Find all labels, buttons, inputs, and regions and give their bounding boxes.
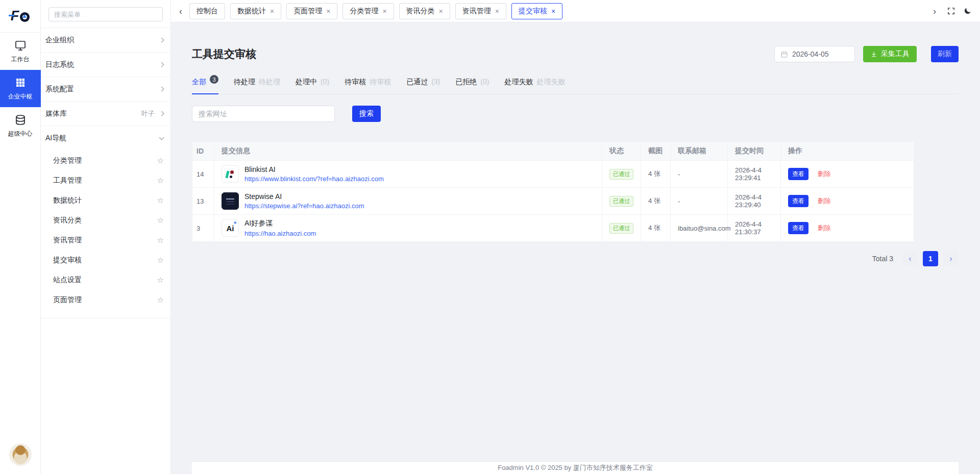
cell-info: Stepwise AI https://stepwise.ai?ref=hao.… [214,188,602,215]
view-button[interactable]: 查看 [788,222,808,234]
close-icon[interactable]: × [382,8,386,15]
filter-tab-label: 已通过 [406,78,428,87]
filter-tab-subtext: (0) [321,78,329,86]
workspace-tab[interactable]: 分类管理 × [342,3,394,19]
moon-icon[interactable] [963,7,972,15]
filter-tab-subtext: 待处理 [259,78,280,87]
delete-link[interactable]: 删除 [818,170,831,178]
status-filter-tab[interactable]: 已拒绝 (0) [455,78,489,94]
page-title: 工具提交审核 [192,47,256,61]
status-filter-tab[interactable]: 处理失败 处理失败 [504,78,565,94]
tool-thumbnail[interactable] [222,192,239,210]
url-search-input[interactable] [192,106,335,122]
star-icon[interactable]: ☆ [157,236,164,244]
star-icon[interactable]: ☆ [157,276,164,284]
close-icon[interactable]: × [551,8,555,15]
logo-f-glyph: F [11,8,19,24]
table-row: 3 Ai AI好参谋 https://hao.aizhaozi.com 已通过 [192,215,914,242]
rail-item-enterprise-hub[interactable]: 企业中枢 [0,70,41,107]
tabs-scroll-left-icon[interactable]: ‹ [176,7,185,16]
filter-tab-label: 处理中 [296,78,317,87]
status-filter-tab[interactable]: 全部 3 [192,78,218,94]
status-filter-tab[interactable]: 待处理 待处理 [234,78,280,94]
search-button[interactable]: 搜索 [352,106,381,122]
close-icon[interactable]: × [439,8,443,15]
close-icon[interactable]: × [326,8,330,15]
sidebar-subitem[interactable]: 资讯管理 ☆ [41,230,170,250]
star-icon[interactable]: ☆ [157,157,164,164]
cell-time: 2026-4-4 23:29:41 [728,161,781,188]
sidebar-group-item[interactable]: 系统配置 [41,77,170,102]
close-icon[interactable]: × [495,8,499,15]
sidebar-subitem[interactable]: 数据统计 ☆ [41,190,170,210]
sidebar-group-item[interactable]: 企业组织 [41,28,170,53]
fullscreen-icon[interactable] [947,7,955,15]
close-icon[interactable]: × [270,8,274,15]
sidebar-subitem-label: 分类管理 [53,156,82,165]
tabs-scroll-right-icon[interactable]: › [930,7,939,16]
rail-item-label: 企业中枢 [8,92,33,101]
cell-actions: 查看 删除 [781,215,914,242]
star-icon[interactable]: ☆ [157,256,164,264]
workspace-tab[interactable]: 页面管理 × [286,3,337,19]
tool-thumbnail[interactable]: Ai [222,219,239,237]
rail-item-super-center[interactable]: 超级中心 [0,107,41,144]
rail-item-label: 超级中心 [8,130,33,138]
chevron-right-icon [159,135,164,140]
page-number-button[interactable]: 1 [923,251,938,266]
next-page-button[interactable]: › [943,251,959,266]
sidebar-subitem[interactable]: 工具管理 ☆ [41,170,170,190]
workspace-tab[interactable]: 数据统计 × [230,3,281,19]
cell-email: ibaituo@sina.com [671,215,728,242]
sidebar-subitem[interactable]: 站点设置 ☆ [41,270,170,290]
cell-status: 已通过 [602,215,641,242]
menu-search-input[interactable] [48,7,163,21]
star-icon[interactable]: ☆ [157,296,164,304]
user-avatar[interactable] [9,443,32,466]
monitor-icon [14,39,27,52]
cell-screenshots: 4 张 [641,161,671,188]
rail-item-workbench[interactable]: 工作台 [0,33,41,70]
sidebar-subitem-label: 页面管理 [53,295,82,305]
sidebar-subitem[interactable]: 页面管理 ☆ [41,290,170,310]
collect-tool-button[interactable]: 采集工具 [863,46,917,62]
delete-link[interactable]: 删除 [818,224,831,232]
status-filter-tab[interactable]: 已通过 (3) [406,78,440,94]
refresh-button[interactable]: 刷新 [931,46,959,62]
delete-link[interactable]: 删除 [818,197,831,205]
prev-page-button[interactable]: ‹ [902,251,918,266]
star-icon[interactable]: ☆ [157,177,164,184]
status-filter-tab[interactable]: 待审核 待审核 [345,78,391,94]
sidebar-group-item[interactable]: 日志系统 [41,53,170,77]
sidebar-group-item[interactable]: 媒体库 叶子 [41,102,170,126]
footer: Foadmin V1.0 © 2025 by 厦门市知序技术服务工作室 [192,461,959,474]
app-logo[interactable]: F [0,0,40,33]
workspace-tab[interactable]: 提交审核 × [511,3,562,19]
view-button[interactable]: 查看 [788,168,808,180]
tool-url-link[interactable]: https://www.blinkist.com/?ref=hao.aizhao… [244,175,384,183]
sidebar-group-item[interactable]: AI导航 [41,126,170,151]
tool-thumbnail[interactable] [222,165,239,183]
cell-id: 3 [192,215,214,242]
sidebar-subitem[interactable]: 分类管理 ☆ [41,151,170,170]
workspace-tab[interactable]: 控制台 [189,3,225,19]
tool-url-link[interactable]: https://stepwise.ai?ref=hao.aizhaozi.com [244,202,364,210]
sidebar-subitem[interactable]: 提交审核 ☆ [41,250,170,270]
calendar-icon [780,51,788,58]
star-icon[interactable]: ☆ [157,216,164,224]
date-picker[interactable]: 2026-04-05 [774,46,855,62]
workspace-tab[interactable]: 资讯管理 × [455,3,506,19]
sidebar-subitem[interactable]: 资讯分类 ☆ [41,210,170,230]
star-icon[interactable]: ☆ [157,196,164,204]
workspace-tab[interactable]: 资讯分类 × [399,3,450,19]
tool-url-link[interactable]: https://hao.aizhaozi.com [244,230,316,237]
filter-tab-subtext: (3) [431,78,440,86]
view-button[interactable]: 查看 [788,195,808,207]
status-filter-tab[interactable]: 处理中 (0) [296,78,329,94]
col-header-time: 提交时间 [728,142,781,161]
chevron-right-icon [159,87,164,92]
cell-time: 2026-4-4 21:30:37 [728,215,781,242]
col-header-id: ID [192,142,214,161]
cell-id: 13 [192,188,214,215]
sidebar-group-suffix: 叶子 [141,109,155,118]
